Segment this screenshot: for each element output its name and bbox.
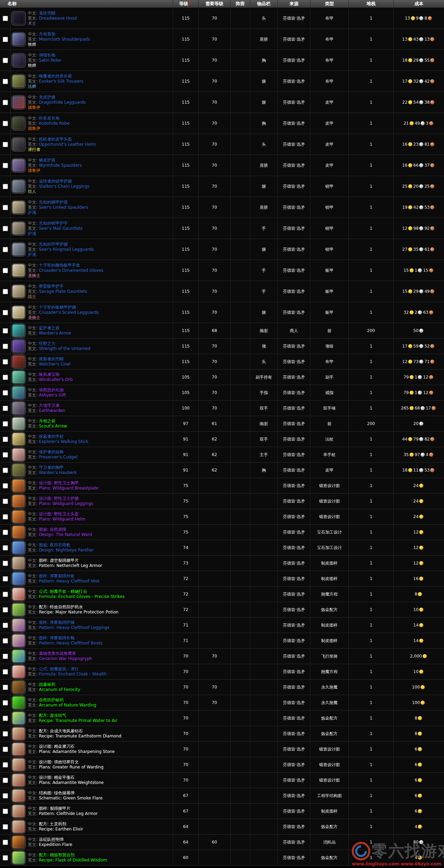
item-name-cn-link[interactable]: 狂野之力 — [39, 341, 55, 346]
item-name-cn-link[interactable]: 十字军的雕饰板甲手套 — [39, 263, 80, 268]
item-name-cn-link[interactable]: 龙皮护腿 — [39, 95, 55, 100]
row-checkbox[interactable] — [3, 468, 8, 473]
item-name-en-link[interactable]: Preserver's Cudgel — [39, 455, 77, 459]
item-name-cn-link[interactable]: 投机者的皮甲头盔 — [39, 137, 72, 142]
item-name-cn-link[interactable]: 配方: 特效自然防护药水 — [39, 604, 83, 609]
row-checkbox[interactable] — [3, 607, 8, 612]
item-name-cn-link[interactable]: 探索者的手杖 — [39, 434, 64, 439]
item-icon[interactable] — [12, 774, 25, 787]
row-checkbox[interactable] — [3, 359, 8, 364]
item-name-cn-link[interactable]: 图样: 虚空裂蹄腿甲片 — [39, 558, 79, 563]
item-name-cn-link[interactable]: 观察者的兜帽 — [39, 356, 64, 361]
item-name-en-link[interactable]: Plans: Greater Rune of Warding — [39, 765, 104, 769]
item-name-en-link[interactable]: Recipe: Earthen Elixir — [39, 827, 83, 831]
row-checkbox[interactable] — [3, 840, 8, 845]
item-icon[interactable] — [12, 541, 25, 554]
row-checkbox[interactable] — [3, 58, 8, 63]
column-header-slot[interactable]: 物品栏 — [250, 0, 278, 8]
item-name-cn-link[interactable]: 远征队照明弹 — [39, 837, 64, 842]
column-header-cost[interactable]: 成本 — [394, 0, 444, 8]
item-name-en-link[interactable]: Formula: Enchant Cloak - Stealth — [39, 672, 107, 676]
item-name-en-link[interactable]: Strength of the Untamed — [39, 346, 91, 351]
item-name-en-link[interactable]: Plans: Adamantite Weightstone — [39, 780, 104, 785]
row-checkbox[interactable] — [3, 344, 8, 349]
item-icon[interactable] — [12, 789, 25, 802]
item-name-cn-link[interactable]: 图样: 厚重裂蹄外套 — [39, 574, 75, 578]
item-name-cn-link[interactable]: 绸缎长袍 — [39, 53, 55, 58]
item-icon[interactable] — [12, 243, 25, 256]
item-name-cn-link[interactable]: 科多皮长袍 — [39, 116, 60, 121]
item-name-en-link[interactable]: Seer's Ringmail Legguards — [39, 247, 94, 252]
item-name-cn-link[interactable]: 追猎者的链甲护腿 — [39, 179, 72, 184]
item-name-en-link[interactable]: Arcanum of Nature Warding — [39, 703, 96, 707]
item-icon[interactable] — [12, 572, 25, 585]
item-name-cn-link[interactable]: 十字军的板鳞甲护腿 — [39, 305, 76, 310]
item-icon[interactable] — [12, 464, 25, 477]
item-name-en-link[interactable]: Wyrmhide Spaulders — [39, 163, 82, 168]
column-header-required-level[interactable]: 需要等级 — [199, 0, 231, 8]
item-name-cn-link[interactable]: 配方: 源水转气 — [39, 713, 66, 718]
item-name-cn-link[interactable]: 唤魔者的丝质长裤 — [39, 74, 72, 79]
item-name-en-link[interactable]: Satin Robe — [39, 58, 61, 63]
row-checkbox[interactable] — [3, 824, 8, 829]
row-checkbox[interactable] — [3, 731, 8, 736]
row-checkbox[interactable] — [3, 638, 8, 643]
item-name-en-link[interactable]: Pattern: Heavy Clefthoof Vest — [39, 579, 100, 583]
item-icon[interactable] — [12, 495, 25, 508]
row-checkbox[interactable] — [3, 483, 8, 488]
item-name-en-link[interactable]: Recipe: Major Nature Protection Potion — [39, 610, 118, 614]
item-name-en-link[interactable]: Explorer's Walking Stick — [39, 439, 88, 444]
row-checkbox[interactable] — [3, 747, 8, 752]
item-icon[interactable] — [12, 805, 25, 818]
item-name-en-link[interactable]: Plans: Wildguard Breastplate — [39, 486, 98, 490]
item-icon[interactable] — [12, 117, 25, 130]
item-icon[interactable] — [12, 54, 25, 67]
item-icon[interactable] — [12, 634, 25, 647]
item-name-cn-link[interactable]: 公式: 附魔手套 - 精确打击 — [39, 589, 87, 594]
item-name-en-link[interactable]: Watcher's Cowl — [39, 362, 71, 366]
item-icon[interactable] — [12, 12, 25, 25]
item-icon[interactable] — [12, 588, 25, 601]
item-name-en-link[interactable]: Plans: Wildguard Leggings — [39, 501, 93, 506]
item-name-cn-link[interactable]: 自然防护秘药 — [39, 698, 64, 702]
item-icon[interactable] — [12, 836, 25, 849]
item-icon[interactable] — [12, 526, 25, 539]
row-checkbox[interactable] — [3, 226, 8, 231]
item-name-en-link[interactable]: Savage Plate Gauntlets — [39, 289, 87, 294]
row-checkbox[interactable] — [3, 762, 8, 767]
item-name-en-link[interactable]: Mooncloth Shoulderpads — [39, 37, 90, 42]
row-checkbox[interactable] — [3, 592, 8, 597]
row-checkbox[interactable] — [3, 855, 8, 860]
item-name-en-link[interactable]: Kodohide Robe — [39, 121, 70, 126]
item-name-cn-link[interactable]: 斥候之箭 — [39, 418, 55, 423]
row-checkbox[interactable] — [3, 530, 8, 535]
item-name-en-link[interactable]: Design: Nightseye Panther — [39, 548, 94, 552]
item-icon[interactable] — [12, 665, 25, 678]
row-checkbox[interactable] — [3, 809, 8, 814]
item-icon[interactable] — [12, 75, 25, 88]
row-checkbox[interactable] — [3, 289, 8, 294]
item-name-en-link[interactable]: Dreadweave Hood — [39, 16, 77, 21]
item-icon[interactable] — [12, 681, 25, 694]
item-name-en-link[interactable]: Expedition Flare — [39, 842, 72, 847]
item-name-en-link[interactable]: Crusader's Scaled Legguards — [39, 310, 99, 315]
row-checkbox[interactable] — [3, 437, 8, 442]
row-checkbox[interactable] — [3, 310, 8, 315]
row-checkbox[interactable] — [3, 623, 8, 628]
row-checkbox[interactable] — [3, 406, 8, 411]
item-icon[interactable] — [12, 222, 25, 235]
item-name-en-link[interactable]: Cenarion War Hippogryph — [39, 656, 92, 661]
item-name-en-link[interactable]: Pattern: Clefthide Leg Armor — [39, 811, 98, 816]
row-checkbox[interactable] — [3, 100, 8, 105]
item-icon[interactable] — [12, 650, 25, 663]
column-header-type[interactable]: 类型 — [310, 0, 349, 8]
item-name-en-link[interactable]: Recipe: Transmute Earthstorm Diamond — [39, 734, 121, 738]
item-name-cn-link[interactable]: 先知的锁甲护手 — [39, 221, 68, 226]
row-checkbox[interactable] — [3, 328, 8, 333]
item-name-cn-link[interactable]: 配方: 土灵药剂 — [39, 822, 66, 826]
row-checkbox[interactable] — [3, 421, 8, 426]
item-icon[interactable] — [12, 33, 25, 46]
column-header-level[interactable]: 等级▼ — [173, 0, 199, 8]
item-name-en-link[interactable]: Scout's Arrow — [39, 424, 67, 428]
item-icon[interactable] — [12, 159, 25, 172]
